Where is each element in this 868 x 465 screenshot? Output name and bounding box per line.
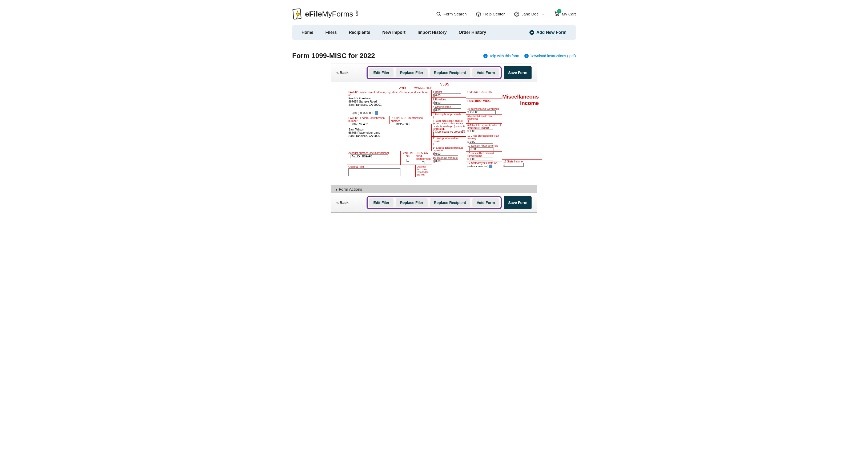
void-form-button[interactable]: Void Form bbox=[472, 68, 499, 77]
user-icon bbox=[514, 11, 519, 17]
box11-label: 11 Fish purchased for resale bbox=[433, 137, 465, 143]
svg-point-5 bbox=[478, 15, 479, 15]
download-icon: ↓ bbox=[524, 54, 529, 58]
void-form-button-bottom[interactable]: Void Form bbox=[472, 198, 499, 207]
svg-point-8 bbox=[556, 15, 556, 16]
help-icon bbox=[476, 11, 481, 17]
payer-name: Frank's Furniture bbox=[348, 97, 430, 100]
form-container: < Back Edit Filer Replace Filer Replace … bbox=[331, 63, 537, 212]
replace-recipient-button[interactable]: Replace Recipient bbox=[430, 68, 470, 77]
cart-badge: 1 bbox=[557, 9, 561, 13]
question-icon: ? bbox=[483, 54, 488, 58]
recip-city: San Francisco, CA 90001 bbox=[348, 134, 430, 137]
cart-link[interactable]: 1 My Cart bbox=[554, 11, 576, 17]
action-bar-top: < Back Edit Filer Replace Filer Replace … bbox=[331, 63, 537, 82]
box1-label: 1 Rents bbox=[433, 91, 465, 94]
box16-input[interactable]: 0.00 bbox=[434, 159, 458, 163]
corrected-checkbox[interactable] bbox=[410, 87, 413, 90]
box14-input[interactable]: 0.00 bbox=[434, 152, 458, 156]
state-picker-icon[interactable] bbox=[489, 165, 492, 168]
payer-addr: 987654 Sample Road bbox=[348, 100, 430, 103]
box4-label: 4 Federal income tax withheld bbox=[467, 108, 501, 110]
form-number: 9595 bbox=[368, 82, 521, 87]
opt-note: Optional Text is not reported to the IRS bbox=[417, 165, 431, 176]
highlight-bottom: Edit Filer Replace Filer Replace Recipie… bbox=[367, 196, 502, 209]
nav-order-history[interactable]: Order History bbox=[459, 30, 486, 35]
payer-tin-label: PAYER'S Federal identification number bbox=[348, 117, 389, 123]
box5-label: 5 Fishing boat proceeds bbox=[433, 113, 465, 116]
edit-filer-button[interactable]: Edit Filer bbox=[369, 68, 394, 77]
acct-input[interactable]: AutoID - B6EAF6 bbox=[350, 155, 388, 158]
svg-marker-1 bbox=[296, 10, 300, 19]
box3-input[interactable]: 0.00 bbox=[434, 108, 461, 112]
recip-addr: 56765 Placeholder Lane bbox=[348, 131, 430, 134]
back-link-bottom[interactable]: < Back bbox=[336, 201, 349, 205]
opt-text-label: Optional Text bbox=[348, 165, 364, 168]
plus-icon: + bbox=[529, 30, 534, 35]
user-menu[interactable]: Jane Doe ⌄ bbox=[514, 11, 545, 17]
acct-label: Account number (see instructions) bbox=[348, 152, 399, 155]
add-new-form-button[interactable]: + Add New Form bbox=[529, 30, 566, 35]
box1-input[interactable]: 0.00 bbox=[434, 94, 461, 97]
box6-label: 6 Medical & health care payments bbox=[467, 115, 501, 120]
replace-filer-button-bottom[interactable]: Replace Filer bbox=[396, 198, 427, 207]
box12-input[interactable]: 0.00 bbox=[469, 147, 493, 151]
svg-line-3 bbox=[439, 15, 441, 16]
download-instructions-link[interactable]: ↓Download instructions (.pdf) bbox=[524, 54, 576, 58]
misc-title: Miscellaneous Income bbox=[502, 90, 542, 107]
box10-input[interactable]: 0.00 bbox=[469, 140, 493, 143]
box17-input[interactable]: (Select a State No.) bbox=[467, 165, 488, 168]
box15-label: 15 Nonqualified deferred compensation bbox=[467, 152, 501, 157]
box12-label: 12 Section 409A deferrals bbox=[467, 144, 501, 147]
opt-text-input[interactable] bbox=[348, 168, 400, 176]
box10-label: 10 Gross proceeds paid to an attorney bbox=[467, 134, 501, 140]
irs-form: 9595 VOID CORRECTED PAYER'S name, street… bbox=[331, 82, 537, 185]
fatca-checkbox[interactable] bbox=[422, 161, 425, 164]
tin2-checkbox[interactable] bbox=[407, 159, 409, 162]
back-link-top[interactable]: < Back bbox=[336, 71, 349, 75]
payer-label: PAYER'S name, street address, city, stat… bbox=[348, 91, 430, 97]
nav-recipients[interactable]: Recipients bbox=[349, 30, 370, 35]
edit-filer-button-bottom[interactable]: Edit Filer bbox=[369, 198, 394, 207]
replace-filer-button[interactable]: Replace Filer bbox=[396, 68, 427, 77]
form-actions-header[interactable]: Form Actions bbox=[331, 185, 537, 193]
nav-new-import[interactable]: New Import bbox=[382, 30, 405, 35]
replace-recipient-button-bottom[interactable]: Replace Recipient bbox=[430, 198, 470, 207]
help-with-form-link[interactable]: ?Help with this form bbox=[483, 54, 519, 58]
box4-input[interactable]: 250.00 bbox=[469, 110, 496, 114]
svg-point-7 bbox=[516, 12, 518, 14]
search-icon bbox=[436, 11, 441, 17]
nav-filers[interactable]: Filers bbox=[325, 30, 337, 35]
clipboard-icon[interactable] bbox=[375, 111, 378, 115]
box2-input[interactable]: 0.00 bbox=[434, 101, 461, 105]
payer-phone: (888) 888-8888 bbox=[352, 111, 372, 114]
nav-import-history[interactable]: Import History bbox=[417, 30, 446, 35]
box9-label: 9 Crop insurance proceeds bbox=[433, 130, 465, 133]
chevron-down-icon: ⌄ bbox=[542, 12, 545, 16]
recip-name: Sam Wilson bbox=[348, 128, 430, 131]
svg-point-2 bbox=[437, 12, 440, 15]
box7-label: 7 Payer made direct sales of $5,000 or m… bbox=[433, 120, 465, 130]
void-checkbox[interactable] bbox=[395, 87, 398, 90]
nav-home[interactable]: Home bbox=[302, 30, 313, 35]
form-search-link[interactable]: Form Search bbox=[436, 11, 467, 17]
box18-label: 18 State income bbox=[503, 160, 541, 163]
recip-tin-label: RECIPIENT'S identification number bbox=[391, 117, 431, 123]
save-form-button-bottom[interactable]: Save Form bbox=[504, 196, 532, 209]
save-form-button-top[interactable]: Save Form bbox=[504, 66, 532, 79]
svg-point-9 bbox=[558, 15, 558, 16]
payer-city: San Francisco, CA 90001 bbox=[348, 103, 430, 106]
box18-input[interactable] bbox=[505, 163, 524, 167]
logo[interactable]: eFileMyForms .com bbox=[292, 8, 359, 20]
action-bar-bottom: < Back Edit Filer Replace Filer Replace … bbox=[331, 193, 537, 212]
tin2-label: 2nd TIN not. bbox=[402, 152, 414, 157]
void-corrected-row: VOID CORRECTED bbox=[395, 87, 521, 90]
box8-input[interactable]: 0.00 bbox=[469, 129, 493, 133]
omb-label: OMB No. 1545-0115 bbox=[467, 91, 501, 94]
box14-label: 14 Excess golden parachute payments bbox=[433, 146, 465, 152]
help-center-link[interactable]: Help Center bbox=[476, 11, 505, 17]
box3-label: 3 Other income bbox=[433, 105, 465, 108]
fatca-label: 13FATCA filing requirement bbox=[416, 152, 431, 160]
box15-input[interactable]: 0.00 bbox=[469, 157, 493, 161]
box8-label: 8 Substitute payments in lieu of dividen… bbox=[467, 124, 501, 129]
